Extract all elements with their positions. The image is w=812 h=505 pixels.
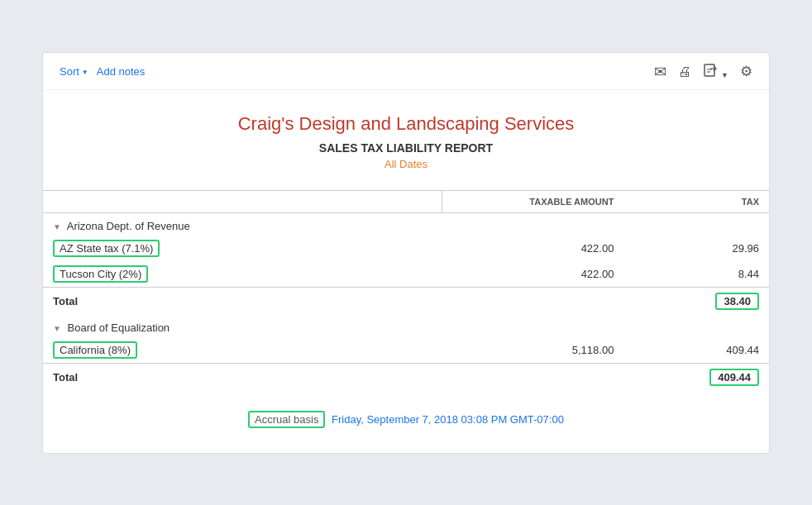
report-footer: Accrual basis Friday, September 7, 2018 …: [43, 411, 769, 428]
group-toggle-icon[interactable]: ▼: [53, 324, 61, 333]
email-icon[interactable]: [654, 63, 666, 81]
table-header-row: TAXABLE AMOUNT TAX: [43, 190, 769, 212]
report-title: SALES TAX LIABILITY REPORT: [60, 141, 752, 155]
total-value-box: 409.44: [709, 369, 759, 386]
sort-label: Sort: [60, 65, 79, 78]
item-tax: 409.44: [623, 337, 769, 364]
group-toggle-icon[interactable]: ▼: [53, 222, 61, 231]
item-taxable: 5,118.00: [442, 337, 624, 364]
item-taxable: 422.00: [442, 236, 624, 261]
svg-rect-0: [705, 64, 714, 76]
col-header-name: [43, 190, 442, 212]
table-row: California (8%) 5,118.00 409.44: [43, 337, 769, 364]
total-taxable-empty: [442, 287, 624, 315]
export-icon[interactable]: ▼: [703, 63, 728, 81]
total-value-box: 38.40: [715, 293, 759, 310]
total-taxable-empty: [442, 363, 624, 391]
toolbar: Sort Add notes ▼: [43, 53, 769, 90]
total-label: Total: [43, 363, 442, 391]
total-row: Total 409.44: [43, 363, 769, 391]
company-name: Craig's Design and Landscaping Services: [60, 113, 752, 135]
item-label[interactable]: California (8%): [53, 341, 137, 359]
report-card: Sort Add notes ▼ Craig's Design and Land…: [42, 52, 770, 454]
sort-button[interactable]: Sort: [60, 65, 88, 78]
toolbar-right: ▼: [654, 63, 752, 81]
add-notes-button[interactable]: Add notes: [97, 65, 146, 78]
total-tax-value: 409.44: [623, 363, 769, 391]
item-label-cell: Tucson City (2%): [43, 261, 442, 288]
item-taxable: 422.00: [442, 261, 624, 288]
settings-icon[interactable]: [740, 63, 752, 80]
toolbar-left: Sort Add notes: [60, 65, 145, 78]
item-label[interactable]: AZ State tax (7.1%): [53, 240, 160, 257]
report-header: Craig's Design and Landscaping Services …: [43, 90, 769, 183]
table-row: Tucson City (2%) 422.00 8.44: [43, 261, 769, 288]
item-label[interactable]: Tucson City (2%): [53, 265, 148, 283]
col-header-taxable: TAXABLE AMOUNT: [442, 190, 624, 212]
item-tax: 29.96: [623, 236, 769, 261]
print-icon[interactable]: [678, 63, 691, 80]
sort-chevron-icon: [82, 68, 88, 76]
total-tax-value: 38.40: [623, 287, 769, 315]
item-label-cell: California (8%): [43, 337, 442, 364]
group-header-row: ▼ Board of Equalization: [43, 315, 769, 337]
footer-date: Friday, September 7, 2018 03:08 PM GMT-0…: [332, 413, 564, 426]
accrual-badge: Accrual basis: [248, 411, 325, 428]
item-tax: 8.44: [623, 261, 769, 288]
report-table: TAXABLE AMOUNT TAX ▼ Arizona Dept. of Re…: [43, 190, 769, 391]
col-header-tax: TAX: [623, 190, 769, 212]
group-header-row: ▼ Arizona Dept. of Revenue: [43, 212, 769, 236]
total-row: Total 38.40: [43, 287, 769, 315]
group-name: ▼ Board of Equalization: [43, 315, 769, 337]
group-name: ▼ Arizona Dept. of Revenue: [43, 212, 769, 236]
table-row: AZ State tax (7.1%) 422.00 29.96: [43, 236, 769, 261]
total-label: Total: [43, 287, 442, 315]
report-dates: All Dates: [60, 158, 752, 170]
item-label-cell: AZ State tax (7.1%): [43, 236, 442, 261]
